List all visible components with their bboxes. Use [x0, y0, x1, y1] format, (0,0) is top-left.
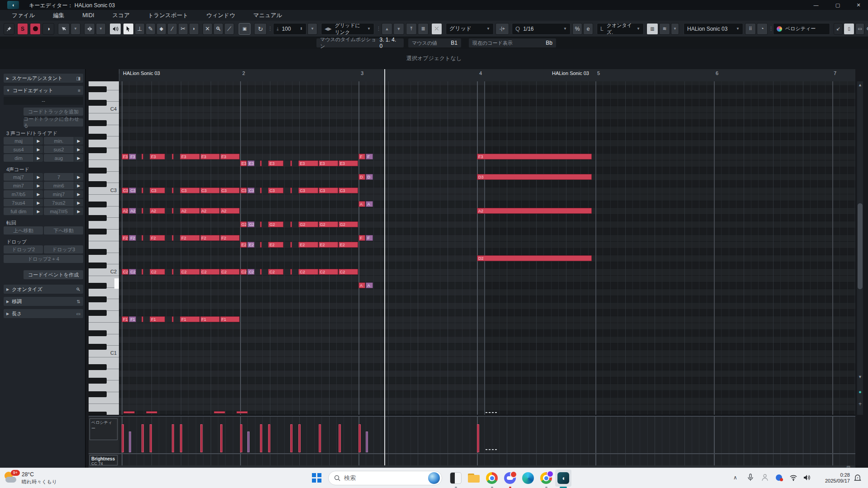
black-key[interactable]	[89, 100, 107, 106]
midi-note-F3[interactable]: F3	[150, 154, 165, 160]
toolbar-setup-pin-icon[interactable]	[4, 23, 14, 35]
midi-note-C3[interactable]	[290, 188, 292, 193]
midi-note-As1[interactable]: A	[366, 282, 373, 288]
chord-button-7sus4[interactable]: 7sus4	[4, 199, 33, 206]
solo-button[interactable]: S	[17, 23, 28, 35]
note-grid[interactable]: F3F3F3F3F3F3C3C3C3C3C3C3A2A2A2A2A2A2F2F2…	[119, 81, 855, 415]
window-zone-right-icon[interactable]: ▭	[855, 23, 864, 35]
part-list-dropdown[interactable]: ▼	[671, 23, 679, 35]
midi-note-A2[interactable]: A2	[200, 208, 220, 214]
scroll-down-icon[interactable]: ▼	[857, 375, 863, 379]
velocity-bar[interactable]	[220, 424, 222, 452]
midi-note-C2[interactable]	[172, 269, 174, 275]
weather-temp[interactable]: 28°C	[22, 471, 34, 478]
velocity-bar[interactable]	[122, 424, 124, 452]
tray-speaker-icon[interactable]	[803, 474, 811, 483]
chord-button-fulldim[interactable]: full dim	[4, 207, 33, 215]
midi-note-C2[interactable]: C2	[180, 269, 199, 275]
copilot-icon[interactable]	[428, 472, 440, 484]
midi-note-F3[interactable]: F3	[180, 154, 199, 160]
link-to-grid-combo[interactable]: ◀▶ グリッドにリンク ▼	[321, 23, 374, 35]
chord-arrow-icon[interactable]: ▶	[74, 207, 83, 215]
midi-note-F1[interactable]: F1	[200, 316, 220, 322]
chord-arrow-icon[interactable]: ▶	[34, 190, 43, 198]
event-colors-combo[interactable]: ベロシティー	[773, 23, 830, 35]
line-tool[interactable]: ∕	[167, 23, 177, 35]
quantize-preset-combo[interactable]: Q 1/16 ▼	[512, 23, 571, 35]
menu-item-ウィンドウ[interactable]: ウィンドウ	[200, 10, 241, 21]
chord-arrow-icon[interactable]: ▶	[74, 137, 83, 145]
black-key[interactable]	[89, 310, 107, 316]
black-key[interactable]	[89, 147, 107, 153]
midi-note-C3[interactable]: C3	[200, 188, 220, 193]
taskbar-app-notepad[interactable]	[448, 469, 464, 487]
chord-arrow-icon[interactable]: ▶	[34, 145, 43, 153]
scroll-up-icon[interactable]: ▲	[857, 83, 863, 87]
chord-arrow-icon[interactable]: ▶	[34, 137, 43, 145]
black-key[interactable]	[89, 283, 107, 289]
velocity-bar[interactable]	[319, 424, 321, 452]
taskbar-app-discord[interactable]	[502, 469, 518, 487]
grid-adjust-button[interactable]: -|+	[495, 23, 509, 35]
midi-note-G2[interactable]: G2	[268, 221, 283, 227]
velocity-bar[interactable]	[477, 424, 479, 452]
midi-note-F2[interactable]	[172, 235, 174, 241]
auto-select-icon[interactable]	[58, 23, 70, 35]
midi-note-F2[interactable]: F2	[150, 235, 165, 241]
menu-item-ファイル[interactable]: ファイル	[5, 10, 41, 21]
chord-arrow-icon[interactable]: ▶	[34, 199, 43, 206]
drop-2-4-button[interactable]: ドロップ2 + 4	[4, 255, 83, 263]
speaker-icon[interactable]	[109, 23, 121, 35]
midi-note-E2[interactable]: E2	[247, 242, 254, 248]
midi-note-A2[interactable]: A2	[150, 208, 165, 214]
weather-widget-icon[interactable]: 9+	[4, 471, 19, 485]
midi-note-F2[interactable]: F2	[180, 235, 199, 241]
object-selection-tool[interactable]	[123, 23, 134, 35]
midi-note-E3[interactable]: E3	[339, 160, 358, 166]
chord-button-maj[interactable]: maj	[4, 137, 33, 145]
midi-note-C2[interactable]: C2	[129, 269, 136, 275]
midi-note-F3[interactable]: F3	[200, 154, 220, 160]
midi-note-D3[interactable]: D	[366, 174, 373, 180]
chord-button-aug[interactable]: aug	[44, 154, 74, 162]
create-chord-event-button[interactable]: コードイベントを作成	[24, 270, 83, 279]
curve-tool[interactable]: ⟋	[224, 23, 234, 35]
midi-note-C2[interactable]: C2	[240, 269, 247, 275]
midi-note-F3[interactable]	[142, 154, 143, 160]
black-key[interactable]	[89, 181, 107, 187]
menu-item-MIDI[interactable]: MIDI	[76, 11, 100, 20]
black-key[interactable]	[89, 120, 107, 126]
midi-note-F2[interactable]: F2	[200, 235, 220, 241]
zoom-in-icon[interactable]: +	[857, 401, 863, 407]
piano-keyboard[interactable]: C4C3C2C1	[89, 81, 119, 415]
section-transpose[interactable]: ▶移調⇅	[4, 297, 83, 306]
start-button[interactable]	[312, 473, 322, 483]
midi-note-E2[interactable]	[260, 242, 262, 248]
midi-note-C3[interactable]	[142, 188, 143, 193]
black-key[interactable]	[89, 364, 107, 370]
chord-arrow-icon[interactable]: ▶	[34, 154, 43, 162]
midi-note-As1[interactable]: A	[359, 282, 365, 288]
chord-button-min[interactable]: min.	[44, 137, 74, 145]
black-key[interactable]	[89, 412, 107, 415]
velocity-bar[interactable]	[180, 424, 182, 452]
velocity-bar[interactable]	[247, 432, 250, 452]
tray-person-icon[interactable]	[761, 474, 769, 483]
black-key[interactable]	[89, 344, 107, 350]
midi-note-F1[interactable]: F1	[150, 316, 165, 322]
toolbar-gear-icon[interactable]: ⚙	[865, 23, 868, 35]
trim-tool[interactable]: ⊥	[135, 23, 145, 35]
black-key[interactable]	[89, 134, 107, 140]
velocity-bar[interactable]	[129, 432, 131, 452]
autoscroll-icon[interactable]	[84, 23, 95, 35]
midi-note-C2[interactable]	[142, 269, 143, 275]
record-button[interactable]	[30, 23, 41, 35]
midi-note-F3[interactable]: F	[366, 154, 373, 160]
chord-arrow-icon[interactable]: ▶	[34, 173, 43, 181]
midi-note-low[interactable]	[236, 411, 248, 413]
midi-note-A2[interactable]: A2	[180, 208, 199, 214]
cc-lane-label[interactable]: Brightness CC 74	[90, 455, 118, 465]
velocity-bar[interactable]	[172, 424, 174, 452]
taskbar-app-edge[interactable]	[520, 469, 536, 487]
midi-note-F3[interactable]	[172, 154, 174, 160]
